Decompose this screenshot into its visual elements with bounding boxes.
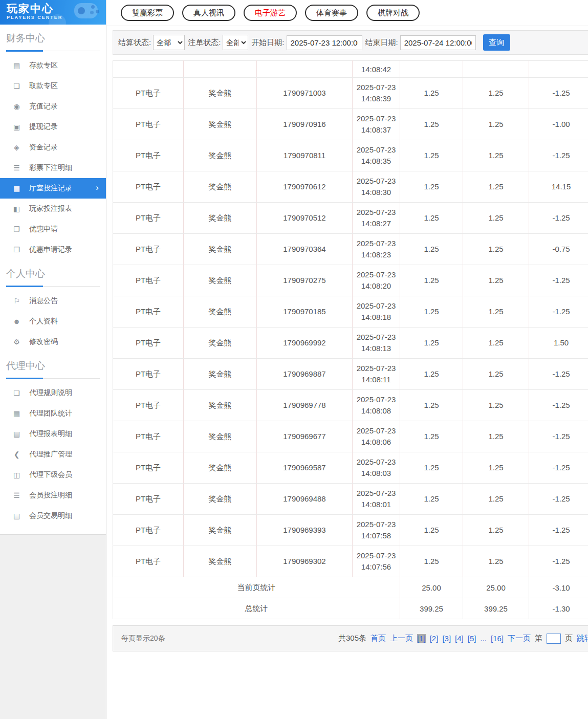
list-icon: ☰ [12, 164, 21, 172]
first-page-link[interactable]: 首页 [371, 634, 386, 643]
jump-button[interactable]: 跳转 [577, 634, 588, 643]
cell-game-name: 奖金熊 [184, 421, 257, 452]
sidebar-item-agent-rules[interactable]: ❏代理规则说明 [0, 383, 106, 403]
summary-valid-bet: 399.25 [463, 598, 529, 619]
cell-time: 2025-07-2314:08:23 [353, 234, 400, 265]
page-link-16[interactable]: [16] [491, 634, 504, 643]
tab-live-video[interactable]: 真人视讯 [182, 5, 235, 21]
tab-e-games[interactable]: 电子游艺 [244, 5, 297, 21]
query-button[interactable]: 查询 [483, 34, 510, 51]
cell-game-type: PT电子 [113, 265, 184, 296]
summary-bet-amount: 399.25 [400, 598, 463, 619]
sidebar-item-deposit-zone[interactable]: ▤存款专区 [0, 55, 106, 76]
sidebar-section-title: 个人中心 [6, 267, 100, 285]
cell-game-name: 奖金熊 [184, 234, 257, 265]
jump-page-input[interactable] [547, 634, 561, 644]
sidebar-item-label: 代理报表明细 [29, 429, 72, 439]
table-row[interactable]: PT电子奖金熊17909695872025-07-2314:08:031.251… [113, 452, 588, 484]
page-link-3[interactable]: [3] [442, 634, 451, 643]
cell-time: 2025-07-2314:08:11 [353, 359, 400, 390]
table-row[interactable]: PT电子奖金熊17909702752025-07-2314:08:201.251… [113, 265, 588, 296]
sidebar-item-announcements[interactable]: ⚐消息公告 [0, 291, 106, 311]
filter-bar: 结算状态: 全部 注单状态: 全部 开始日期: 结束日期: 查询 [113, 30, 588, 55]
sidebar-section: 财务中心▤存款专区❏取款专区◉充值记录▣提现记录◈资金记录☰彩票下注明细▦厅室投… [0, 32, 106, 260]
cell-order-id: 1790970364 [257, 234, 353, 265]
sidebar-item-hall-bet-records[interactable]: ▦厅室投注记录› [0, 178, 106, 199]
cell-order-id: 1790970916 [257, 109, 353, 140]
sidebar-item-agent-sub-members[interactable]: ◫代理下级会员 [0, 465, 106, 485]
start-date-input[interactable] [287, 35, 362, 50]
sidebar-item-change-password[interactable]: ⚙修改密码 [0, 332, 106, 352]
table-row[interactable]: PT电子奖金熊17909697782025-07-2314:08:081.251… [113, 390, 588, 421]
sidebar-item-agent-promotion[interactable]: ❮代理推广管理 [0, 444, 106, 465]
sidebar-item-player-bet-report[interactable]: ◧玩家投注报表 [0, 199, 106, 219]
table-row[interactable]: PT电子奖金熊17909698872025-07-2314:08:111.251… [113, 359, 588, 390]
sidebar-item-promo-apply[interactable]: ❐优惠申请 [0, 219, 106, 239]
sidebar-item-funds-records[interactable]: ◈资金记录 [0, 137, 106, 158]
cell-bet-amount: 1.25 [400, 171, 463, 203]
sidebar-item-withdraw-zone[interactable]: ❏取款专区 [0, 76, 106, 96]
sidebar-item-promo-apply-records[interactable]: ❒优惠申请记录 [0, 239, 106, 260]
cell-time: 2025-07-2314:08:18 [353, 296, 400, 328]
cell-valid-bet: 1.25 [463, 359, 529, 390]
tab-lottery[interactable]: 雙赢彩票 [121, 5, 174, 21]
page-link-1[interactable]: [1] [417, 634, 426, 643]
end-date-input[interactable] [400, 35, 476, 50]
prev-page-link[interactable]: 上一页 [390, 634, 413, 643]
cell-valid-bet: 1.25 [463, 390, 529, 421]
table-row[interactable]: PT电子奖金熊17909708112025-07-2314:08:351.251… [113, 140, 588, 171]
table-row[interactable]: PT电子奖金熊17909693022025-07-2314:07:561.251… [113, 546, 588, 577]
page-link-4[interactable]: [4] [455, 634, 464, 643]
settle-status-select[interactable]: 全部 [153, 35, 185, 50]
bank-card-icon: ▤ [12, 61, 21, 70]
order-status-select[interactable]: 全部 [223, 35, 248, 50]
table-row[interactable]: PT电子奖金熊17909696772025-07-2314:08:061.251… [113, 421, 588, 452]
sidebar-item-member-bet-detail[interactable]: ☰会员投注明细 [0, 485, 106, 506]
sidebar-section-title: 财务中心 [6, 32, 100, 50]
cell-game-type: PT电子 [113, 78, 184, 109]
cell-empty [184, 61, 257, 78]
tab-board-games[interactable]: 棋牌对战 [366, 5, 420, 21]
sidebar-item-withdraw-records[interactable]: ▣提现记录 [0, 117, 106, 137]
cell-order-id: 1790970275 [257, 265, 353, 296]
cell-time: 14:08:42 [353, 61, 400, 78]
sidebar-item-member-trade-detail[interactable]: ▤会员交易明细 [0, 506, 106, 526]
funds-icon: ◈ [12, 143, 21, 151]
total-summary-row: 总统计399.25399.25-1.30 [113, 598, 588, 619]
sidebar-item-lottery-bet-detail[interactable]: ☰彩票下注明细 [0, 158, 106, 178]
table-row[interactable]: PT电子奖金熊17909701852025-07-2314:08:181.251… [113, 296, 588, 328]
table-row[interactable]: PT电子奖金熊17909706122025-07-2314:08:301.251… [113, 171, 588, 203]
tab-sports[interactable]: 体育赛事 [305, 5, 358, 21]
table-row[interactable]: PT电子奖金熊17909705122025-07-2314:08:271.251… [113, 203, 588, 234]
sidebar-item-agent-report-detail[interactable]: ▤代理报表明细 [0, 424, 106, 444]
cell-order-id: 1790969302 [257, 546, 353, 577]
sidebar-item-label: 提现记录 [29, 122, 58, 132]
table-row[interactable]: PT电子奖金熊17909694882025-07-2314:08:011.251… [113, 484, 588, 515]
table-row[interactable]: PT电子奖金熊17909709162025-07-2314:08:371.251… [113, 109, 588, 140]
sidebar-item-recharge-records[interactable]: ◉充值记录 [0, 96, 106, 117]
page-link-2[interactable]: [2] [430, 634, 439, 643]
start-date-label: 开始日期: [251, 38, 284, 48]
table-row[interactable]: PT电子奖金熊17909703642025-07-2314:08:231.251… [113, 234, 588, 265]
table-row[interactable]: PT电子奖金熊17909710032025-07-2314:08:391.251… [113, 78, 588, 109]
sidebar-item-label: 代理规则说明 [29, 388, 72, 398]
sidebar-item-agent-team-stats[interactable]: ▦代理团队统计 [0, 403, 106, 424]
cell-bet-amount: 1.25 [400, 328, 463, 359]
cell-game-name: 奖金熊 [184, 328, 257, 359]
cell-game-name: 奖金熊 [184, 78, 257, 109]
page-link-5[interactable]: [5] [468, 634, 476, 643]
table-row[interactable]: PT电子奖金熊17909693932025-07-2314:07:581.251… [113, 515, 588, 546]
cell-bet-amount: 1.25 [400, 203, 463, 234]
sidebar-item-label: 充值记录 [29, 102, 58, 111]
cell-win-loss: -1.25 [529, 78, 588, 109]
table-row-partial: 14:08:42 [113, 61, 588, 78]
sidebar-item-label: 资金记录 [29, 143, 58, 152]
share-icon: ❮ [12, 450, 21, 459]
table-row[interactable]: PT电子奖金熊17909699922025-07-2314:08:131.251… [113, 328, 588, 359]
next-page-link[interactable]: 下一页 [508, 634, 531, 643]
cell-empty [463, 61, 529, 78]
cell-valid-bet: 1.25 [463, 109, 529, 140]
cell-game-name: 奖金熊 [184, 265, 257, 296]
sidebar-item-profile[interactable]: ☻个人资料 [0, 311, 106, 332]
cell-order-id: 1790969778 [257, 390, 353, 421]
